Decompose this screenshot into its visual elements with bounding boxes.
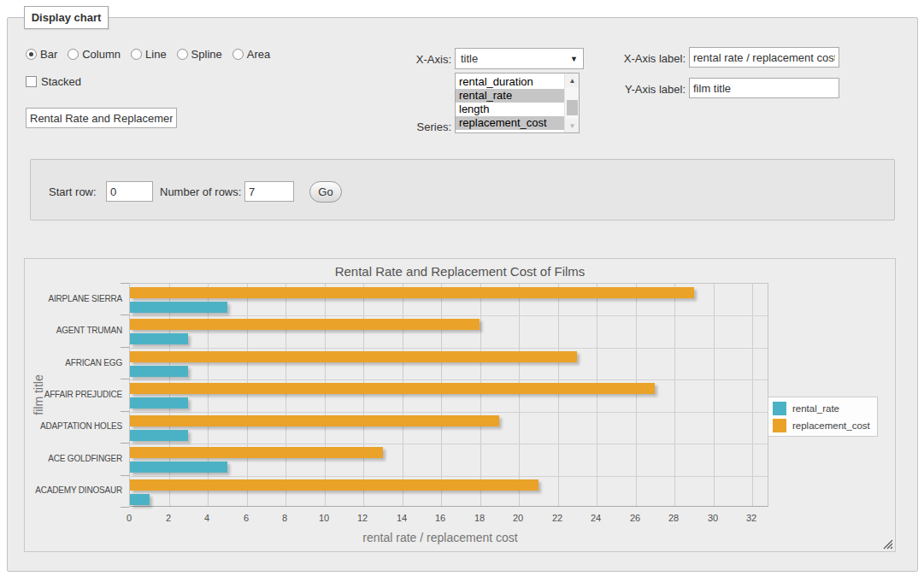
legend-entry-replacement_cost: replacement_cost xyxy=(773,418,870,432)
x-tick-label-4: 4 xyxy=(194,513,220,523)
chart-legend: rental_ratereplacement_cost xyxy=(768,397,878,437)
gridline-x-28 xyxy=(674,284,675,506)
x-tick-label-12: 12 xyxy=(350,513,375,523)
stacked-checkbox[interactable] xyxy=(26,76,37,87)
x-axis-label-field-label: X-Axis label: xyxy=(610,52,686,65)
bar-replacement-cost-1[interactable] xyxy=(130,319,480,330)
gridline-x-8 xyxy=(285,284,286,506)
bar-rental-rate-6[interactable] xyxy=(130,494,150,505)
chart-type-option-column: Column xyxy=(68,48,121,61)
gridline-y-1 xyxy=(130,315,768,316)
bar-rental-rate-5[interactable] xyxy=(130,461,227,473)
gridline-x-18 xyxy=(480,284,481,506)
chart-type-radio-bar[interactable] xyxy=(26,49,37,60)
bar-rental-rate-1[interactable] xyxy=(130,333,188,344)
chart-type-radio-area[interactable] xyxy=(232,49,244,60)
legend-label-replacement_cost: replacement_cost xyxy=(792,420,870,431)
bar-rental-rate-3[interactable] xyxy=(130,397,188,409)
x-axis-label-input[interactable] xyxy=(689,47,839,68)
y-axis-tick-5 xyxy=(121,443,129,444)
x-tick-label-10: 10 xyxy=(311,513,337,523)
number-of-rows-input[interactable] xyxy=(244,181,294,202)
y-category-label-6: ACADEMY DINOSAUR xyxy=(26,485,122,496)
x-tick-label-16: 16 xyxy=(427,513,453,523)
x-tick-label-30: 30 xyxy=(700,513,726,523)
display-chart-page: Display chart BarColumnLineSplineArea St… xyxy=(0,0,924,582)
y-axis-tick-last xyxy=(121,507,129,508)
series-option-rental_rate[interactable]: rental_rate xyxy=(456,89,564,103)
scroll-up-icon[interactable]: ▲ xyxy=(565,73,580,87)
x-tick-label-22: 22 xyxy=(544,513,570,523)
scrollbar-thumb[interactable] xyxy=(567,100,578,115)
bar-replacement-cost-5[interactable] xyxy=(130,447,383,458)
y-axis-tick-4 xyxy=(121,411,129,412)
gridline-x-4 xyxy=(208,284,209,506)
series-listbox[interactable]: rental_durationrental_ratelengthreplacem… xyxy=(455,73,580,133)
gridline-x-32 xyxy=(752,284,753,506)
number-of-rows-label: Number of rows: xyxy=(160,185,241,198)
stacked-label: Stacked xyxy=(41,75,81,88)
gridline-y-6 xyxy=(130,476,768,477)
gridline-y-4 xyxy=(130,412,768,413)
x-tick-label-18: 18 xyxy=(467,513,492,523)
gridline-x-16 xyxy=(441,284,442,506)
chart-x-axis-label: rental rate / replacement cost xyxy=(129,531,751,544)
chart-type-radio-line[interactable] xyxy=(131,49,142,60)
gridline-x-12 xyxy=(363,284,364,506)
fieldset-legend: Display chart xyxy=(24,6,109,29)
series-option-replacement_cost[interactable]: replacement_cost xyxy=(456,116,564,130)
bar-replacement-cost-4[interactable] xyxy=(130,415,499,426)
y-category-label-3: AFFAIR PREJUDICE xyxy=(26,390,122,400)
bar-replacement-cost-2[interactable] xyxy=(130,351,577,362)
y-category-label-4: ADAPTATION HOLES xyxy=(26,421,122,432)
fieldset-legend-label: Display chart xyxy=(32,11,102,24)
x-axis-select[interactable]: title ▼ xyxy=(455,48,584,69)
x-axis-select-label: X-Axis: xyxy=(376,53,451,66)
scroll-down-icon[interactable]: ▼ xyxy=(565,119,580,132)
legend-swatch-rental_rate xyxy=(773,402,786,415)
listbox-scrollbar[interactable]: ▲ ▼ xyxy=(564,73,579,132)
legend-entry-rental_rate: rental_rate xyxy=(773,401,870,415)
chart-type-radio-group: BarColumnLineSplineArea xyxy=(26,48,275,61)
series-options: rental_durationrental_ratelengthreplacem… xyxy=(456,73,564,132)
resize-handle-icon[interactable] xyxy=(883,539,893,550)
chart-type-label-line: Line xyxy=(145,48,167,61)
chart-container: Rental Rate and Replacement Cost of Film… xyxy=(24,258,896,552)
bar-rental-rate-0[interactable] xyxy=(130,302,227,313)
y-axis-tick-1 xyxy=(121,315,129,315)
chart-type-radio-spline[interactable] xyxy=(177,49,188,60)
y-category-label-1: AGENT TRUMAN xyxy=(26,326,122,336)
bar-rental-rate-2[interactable] xyxy=(130,366,188,377)
x-tick-label-0: 0 xyxy=(116,513,142,523)
x-tick-label-2: 2 xyxy=(156,513,181,523)
bar-replacement-cost-6[interactable] xyxy=(130,479,539,491)
gridline-y-3 xyxy=(130,379,768,380)
gridline-x-26 xyxy=(636,284,637,506)
go-button[interactable]: Go xyxy=(309,181,342,203)
bar-rental-rate-4[interactable] xyxy=(130,430,188,441)
y-axis-label-input[interactable] xyxy=(689,78,839,98)
gridline-x-10 xyxy=(325,284,326,506)
select-dropdown-arrow-icon: ▼ xyxy=(570,55,578,63)
bar-replacement-cost-0[interactable] xyxy=(130,287,694,298)
y-axis-tick-3 xyxy=(121,379,129,379)
bar-replacement-cost-3[interactable] xyxy=(130,383,655,394)
x-tick-label-28: 28 xyxy=(661,513,686,523)
gridline-x-20 xyxy=(519,284,520,506)
series-option-rental_duration[interactable]: rental_duration xyxy=(456,75,564,89)
chart-title-input[interactable] xyxy=(26,108,177,128)
gridline-x-6 xyxy=(247,284,248,506)
x-tick-label-8: 8 xyxy=(272,513,297,523)
chart-type-label-area: Area xyxy=(247,48,270,61)
chart-type-radio-column[interactable] xyxy=(68,49,79,60)
y-category-label-5: ACE GOLDFINGER xyxy=(26,454,122,464)
x-tick-label-6: 6 xyxy=(233,513,259,523)
chart-type-option-line: Line xyxy=(131,48,167,61)
y-axis-tick-6 xyxy=(121,475,129,476)
gridline-x-2 xyxy=(169,284,170,506)
series-option-length[interactable]: length xyxy=(456,103,564,116)
start-row-input[interactable] xyxy=(106,181,153,202)
chart-type-label-column: Column xyxy=(82,48,121,61)
plot-area xyxy=(129,283,768,507)
series-select-label: Series: xyxy=(376,121,451,133)
